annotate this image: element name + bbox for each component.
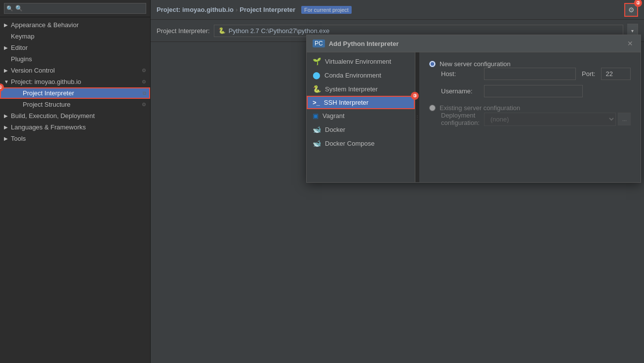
arrow-icon: ▶: [4, 136, 10, 141]
existing-server-form: Deployment configuration: (none) ...: [429, 112, 631, 126]
settings-sidebar: 🔍 ▶ Appearance & Behavior Keymap ▶ Edito…: [0, 0, 151, 363]
existing-server-label: Existing server configuration: [440, 104, 520, 112]
arrow-icon: ▶: [4, 22, 10, 28]
dlg-item-label: SSH Interpreter: [324, 99, 368, 106]
dialog-title: Add Python Interpreter: [329, 40, 622, 47]
dlg-item-docker[interactable]: 🐋 Docker: [307, 122, 415, 136]
sidebar-item-keymap[interactable]: Keymap: [0, 31, 150, 42]
badge-3: ③: [411, 92, 419, 100]
host-input[interactable]: [484, 68, 576, 80]
sidebar-item-project[interactable]: ▼ Project: imoyao.github.io ⚙: [0, 76, 150, 87]
new-server-form: Host: Port: Username:: [429, 68, 631, 97]
sidebar-item-label: Languages & Frameworks: [11, 123, 146, 131]
deployment-label: Deployment configuration:: [441, 112, 478, 126]
dlg-item-ssh[interactable]: >_ SSH Interpreter ③: [307, 96, 415, 109]
sidebar-item-label: Project Structure: [23, 101, 140, 108]
sidebar-item-label: Appearance & Behavior: [11, 21, 146, 29]
dialog-title-bar: PC Add Python Interpreter ✕: [307, 35, 641, 52]
search-bar: 🔍: [0, 0, 150, 17]
close-icon[interactable]: ✕: [626, 39, 635, 48]
dlg-item-label: System Interpreter: [325, 85, 378, 93]
sidebar-item-version-control[interactable]: ▶ Version Control ⚙: [0, 65, 150, 76]
new-server-radio-row: New server configuration: [429, 60, 631, 68]
sidebar-item-label: Tools: [11, 135, 146, 142]
arrow-icon: ▼: [4, 79, 10, 84]
new-server-radio[interactable]: [429, 61, 436, 67]
sidebar-item-editor[interactable]: ▶ Editor: [0, 42, 150, 53]
deployment-select-wrap: (none) ...: [484, 113, 631, 126]
settings-icon: ⚙: [142, 79, 146, 84]
dlg-item-vagrant[interactable]: ▣ Vagrant: [307, 109, 415, 122]
sidebar-item-project-structure[interactable]: Project Structure ⚙: [0, 99, 150, 110]
dialog-right-panel: New server configuration Host: Port:: [419, 52, 641, 182]
username-row: Username:: [441, 85, 631, 97]
dlg-item-label: Docker Compose: [325, 140, 374, 147]
dlg-item-virtualenv[interactable]: 🌱 Virtualenv Environment: [307, 54, 415, 68]
arrow-icon: ▶: [4, 113, 10, 119]
settings-icon: ⚙: [142, 68, 146, 73]
deployment-select[interactable]: (none): [484, 113, 616, 126]
sidebar-item-label: Keymap: [11, 33, 146, 40]
arrow-icon: ▶: [4, 68, 10, 73]
deployment-ellipsis-button[interactable]: ...: [618, 113, 631, 125]
arrow-icon: ▶: [4, 124, 10, 130]
docker-compose-icon: 🐋: [313, 139, 321, 147]
interpreter-label: Project Interpreter:: [157, 27, 210, 35]
arrow-icon: ▶: [4, 45, 10, 50]
sidebar-item-plugins[interactable]: Plugins: [0, 53, 150, 65]
dialog-body: 🌱 Virtualenv Environment ⬤ Conda Environ…: [307, 52, 641, 182]
dlg-item-system[interactable]: 🐍 System Interpreter: [307, 82, 415, 96]
sidebar-tree: ▶ Appearance & Behavior Keymap ▶ Editor …: [0, 17, 150, 363]
copy-icon: ⧉: [143, 90, 146, 96]
sidebar-item-appearance[interactable]: ▶ Appearance & Behavior: [0, 19, 150, 31]
sidebar-item-build[interactable]: ▶ Build, Execution, Deployment: [0, 110, 150, 121]
settings-icon: ⚙: [142, 102, 146, 107]
sidebar-item-tools[interactable]: ▶ Tools: [0, 133, 150, 144]
sidebar-item-project-interpreter[interactable]: Project Interpreter ① ⧉: [0, 87, 150, 99]
docker-icon: 🐋: [313, 125, 321, 133]
port-label: Port:: [582, 70, 595, 78]
breadcrumb-project: Project: imoyao.github.io: [157, 6, 234, 13]
sidebar-item-label: Editor: [11, 44, 146, 51]
existing-server-radio-row: Existing server configuration: [429, 104, 631, 112]
dialog-pc-icon: PC: [313, 40, 325, 47]
dlg-item-docker-compose[interactable]: 🐋 Docker Compose: [307, 136, 415, 150]
dlg-item-label: Vagrant: [322, 112, 345, 120]
main-content: Project: imoyao.github.io › Project Inte…: [151, 0, 644, 363]
resize-handle[interactable]: ⋮: [415, 52, 419, 182]
host-label: Host:: [441, 70, 478, 78]
host-row: Host: Port:: [441, 68, 631, 80]
dlg-item-conda[interactable]: ⬤ Conda Environment: [307, 68, 415, 82]
username-label: Username:: [441, 87, 478, 95]
ssh-icon: >_: [313, 99, 320, 106]
breadcrumb-separator: ›: [236, 6, 238, 13]
sidebar-item-label: Plugins: [11, 55, 146, 63]
new-server-label: New server configuration: [440, 60, 511, 68]
conda-icon: ⬤: [313, 71, 321, 79]
system-icon: 🐍: [313, 85, 321, 93]
sidebar-item-label: Project Interpreter: [23, 89, 141, 97]
virtualenv-icon: 🌱: [313, 57, 321, 65]
existing-server-radio[interactable]: [429, 105, 436, 111]
username-input[interactable]: [484, 85, 583, 97]
radio-group: New server configuration Host: Port:: [429, 60, 631, 126]
sidebar-item-label: Build, Execution, Deployment: [11, 112, 146, 120]
dialog-left-panel: 🌱 Virtualenv Environment ⬤ Conda Environ…: [307, 52, 415, 182]
sidebar-item-label: Project: imoyao.github.io: [11, 78, 140, 85]
python-icon: 🐍: [218, 27, 226, 34]
port-input[interactable]: [601, 68, 631, 80]
search-input[interactable]: [4, 3, 146, 14]
search-icon: 🔍: [6, 5, 13, 12]
breadcrumb-current: Project Interpreter: [240, 6, 295, 13]
dlg-item-label: Virtualenv Environment: [325, 58, 391, 65]
sidebar-item-label: Version Control: [11, 67, 140, 74]
sidebar-item-languages[interactable]: ▶ Languages & Frameworks: [0, 121, 150, 133]
dlg-item-label: Conda Environment: [324, 72, 381, 79]
existing-server-section: Existing server configuration Deployment…: [429, 104, 631, 126]
dialog-overlay: PC Add Python Interpreter ✕ 🌱 Virtualenv…: [301, 0, 644, 363]
deployment-row: Deployment configuration: (none) ...: [441, 112, 631, 126]
add-interpreter-dialog: PC Add Python Interpreter ✕ 🌱 Virtualenv…: [306, 35, 641, 183]
vagrant-icon: ▣: [313, 112, 319, 120]
dlg-item-label: Docker: [325, 126, 345, 133]
